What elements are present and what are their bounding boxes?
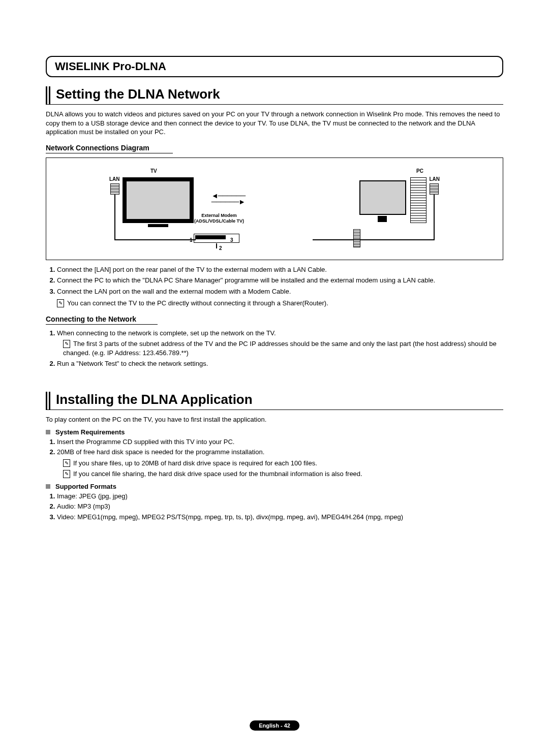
sysreq-note-1: ✎If you share files, up to 20MB of hard …: [63, 459, 503, 468]
note-text: You can connect the TV to the PC directl…: [67, 299, 328, 307]
tv-base-icon: [148, 224, 168, 227]
diagram-num-3: 3: [230, 237, 233, 243]
pc-monitor-base-icon: [378, 216, 387, 222]
connect-note: ✎The first 3 parts of the subnet address…: [63, 339, 503, 357]
list-item: Run a "Network Test" to check the networ…: [57, 359, 503, 368]
diagram-steps-list: Connect the [LAN] port on the rear panel…: [46, 265, 503, 296]
sysreq-list: Insert the Programme CD supplied with th…: [46, 437, 503, 479]
sysreq-heading: System Requirements: [57, 428, 503, 436]
note-icon: ✎: [63, 470, 70, 478]
square-bullet-icon: [46, 430, 50, 434]
router-icon: [353, 229, 360, 247]
list-item: Video: MPEG1(mpg, mpeg), MPEG2 PS/TS(mpg…: [57, 513, 503, 522]
note-icon: ✎: [57, 299, 64, 307]
page-header: WISELINK Pro-DLNA: [46, 56, 503, 77]
lan-label-right: LAN: [429, 176, 440, 182]
diagram-note: ✎You can connect the TV to the PC direct…: [57, 299, 503, 308]
cable-2b-icon: [313, 239, 435, 240]
pc-tower-icon: [410, 177, 426, 223]
formats-list: Image: JPEG (jpg, jpeg) Audio: MP3 (mp3)…: [46, 492, 503, 522]
list-item: Audio: MP3 (mp3): [57, 502, 503, 511]
note-text: If you share files, up to 20MB of hard d…: [73, 459, 317, 467]
note-text: The first 3 parts of the subnet address …: [63, 340, 497, 357]
list-item: Insert the Programme CD supplied with th…: [57, 437, 503, 447]
cable-mid-icon: [216, 243, 217, 248]
section-underline: [46, 410, 503, 410]
diagram-inner: TV LAN ◄────────────► PC LAN External Mo…: [67, 165, 482, 250]
section-title: Setting the DLNA Network: [56, 86, 503, 104]
lan-label-left: LAN: [109, 176, 120, 182]
note-icon: ✎: [63, 340, 70, 348]
lan-port-pc-icon: [430, 183, 439, 195]
lan-port-tv-icon: [110, 183, 119, 195]
diagram-heading: Network Connections Diagram: [46, 144, 173, 153]
step-text: When connecting to the network is comple…: [57, 329, 276, 337]
tv-label: TV: [150, 168, 157, 174]
page-footer: English - 42: [250, 720, 299, 731]
cable-1-icon: [114, 195, 115, 239]
list-item: Connect the [LAN] port on the rear panel…: [57, 265, 503, 274]
network-diagram: TV LAN ◄────────────► PC LAN External Mo…: [46, 158, 503, 260]
cable-2-icon: [434, 195, 435, 239]
list-item: 20MB of free hard disk space is needed f…: [57, 448, 503, 479]
list-item: Connect the LAN port on the wall and the…: [57, 287, 503, 296]
page: WISELINK Pro-DLNA Setting the DLNA Netwo…: [0, 0, 549, 756]
section-underline: [46, 104, 503, 105]
square-bullet-icon: [46, 484, 50, 489]
tv-icon: [123, 177, 194, 223]
list-item: Connect the PC to which the "DLNA PC Sha…: [57, 276, 503, 285]
sysreq-label: System Requirements: [55, 428, 125, 436]
section-title: Installing the DLNA Application: [56, 392, 503, 410]
sysreq-note-2: ✎If you cancel file sharing, the hard di…: [63, 469, 503, 479]
diagram-num-2: 2: [219, 245, 222, 251]
formats-heading: Supported Formats: [57, 483, 503, 490]
cable-1b-icon: [114, 239, 196, 240]
connecting-steps-list: When connecting to the network is comple…: [46, 329, 503, 368]
note-icon: ✎: [63, 459, 70, 467]
list-item: When connecting to the network is comple…: [57, 329, 503, 358]
pc-monitor-icon: [359, 180, 406, 215]
connecting-heading: Connecting to the Network: [46, 315, 158, 325]
section2-intro: To play content on the PC on the TV, you…: [46, 415, 503, 424]
diagram-num-1: 1: [190, 237, 193, 243]
note-text: If you cancel file sharing, the hard dis…: [73, 470, 362, 478]
bidirectional-arrow-icon: ◄────────────►: [198, 193, 259, 205]
formats-label: Supported Formats: [55, 483, 116, 490]
modem-label: External Modem (ADSL/VDSL/Cable TV): [189, 213, 250, 224]
section-setting-dlna: Setting the DLNA Network: [46, 86, 503, 104]
pc-label: PC: [416, 168, 423, 174]
step-text: 20MB of free hard disk space is needed f…: [57, 448, 264, 456]
section-installing-dlna: Installing the DLNA Application: [46, 392, 503, 410]
list-item: Image: JPEG (jpg, jpeg): [57, 492, 503, 501]
section1-intro: DLNA allows you to watch videos and pict…: [46, 110, 503, 137]
